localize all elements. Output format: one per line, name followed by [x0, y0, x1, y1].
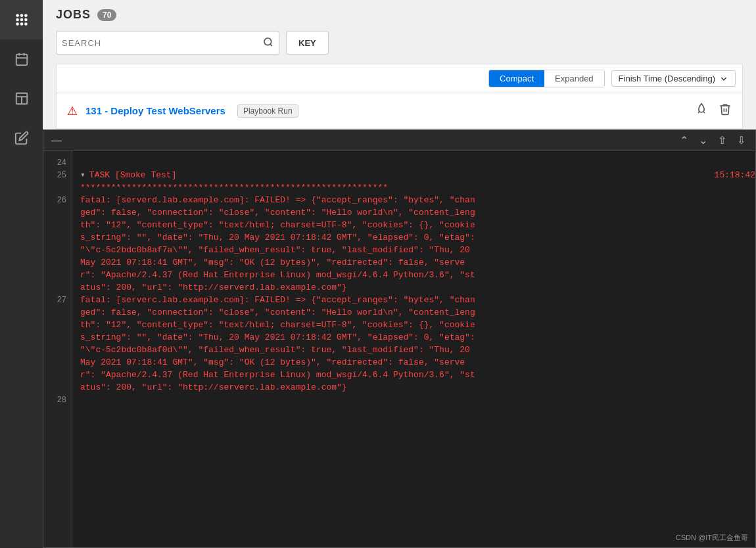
jobs-count-badge: 70 — [97, 9, 116, 21]
trash-icon — [719, 103, 732, 116]
delete-button[interactable] — [719, 103, 732, 119]
rocket-icon — [695, 103, 708, 116]
sort-label: Finish Time (Descending) — [619, 74, 715, 83]
log-lines: ▾ TASK [Smoke Test] 15:18:42 ***********… — [72, 151, 755, 547]
log-line: s_string": "", "date": "Thu, 20 May 2021… — [80, 231, 755, 244]
svg-point-6 — [16, 22, 19, 26]
log-line: May 2021 07:18:41 GMT", "msg": "OK (12 b… — [80, 256, 755, 269]
view-toggle: Compact Expanded — [488, 70, 605, 87]
search-button[interactable] — [263, 37, 273, 49]
svg-point-7 — [20, 22, 23, 26]
svg-point-8 — [24, 22, 28, 26]
log-header: — ⌃ ⌄ ⇧ ⇩ — [43, 130, 755, 151]
scroll-bottom-button[interactable]: ⇩ — [735, 134, 747, 147]
search-wrapper — [56, 31, 279, 55]
log-line: "\"c-5c2bdc0b8af0d\"", "failed_when_resu… — [80, 344, 755, 356]
log-line: th": "12", "content_type": "text/html; c… — [80, 319, 755, 331]
log-line: fatal: [serverd.lab.example.com]: FAILED… — [80, 194, 755, 206]
task-label: TASK [Smoke Test] — [89, 169, 177, 181]
expanded-view-button[interactable]: Expanded — [544, 70, 604, 87]
log-line: atus": 200, "url": "http://serverd.lab.e… — [80, 281, 755, 294]
svg-point-0 — [16, 14, 19, 17]
sidebar-item-edit[interactable] — [0, 118, 43, 158]
job-actions — [695, 103, 732, 119]
chevron-down-icon — [719, 74, 728, 83]
svg-point-1 — [20, 14, 23, 17]
log-line: s_string": "", "date": "Thu, 20 May 2021… — [80, 331, 755, 344]
jobs-title-row: JOBS 70 — [56, 8, 743, 22]
svg-point-4 — [20, 18, 23, 22]
view-toggle-row: Compact Expanded Finish Time (Descending… — [56, 64, 743, 93]
layout-icon — [14, 91, 29, 106]
log-line: th": "12", "content_type": "text/html; c… — [80, 219, 755, 231]
edit-icon — [14, 131, 29, 145]
relaunch-button[interactable] — [695, 103, 708, 119]
scroll-top-button[interactable]: ⇧ — [716, 134, 728, 147]
top-section: JOBS 70 KEY Compact Expanded Finish — [43, 0, 756, 129]
task-collapse-arrow: ▾ — [80, 169, 85, 181]
page-title: JOBS — [56, 8, 91, 22]
log-line — [80, 156, 755, 169]
svg-point-5 — [24, 18, 28, 22]
error-status-icon: ⚠ — [67, 104, 78, 118]
sidebar-item-layout[interactable] — [0, 79, 43, 118]
svg-point-16 — [264, 38, 272, 45]
log-line: ▾ TASK [Smoke Test] 15:18:42 — [80, 169, 755, 181]
job-type-badge: Playbook Run — [237, 104, 298, 118]
log-line-separator: ****************************************… — [80, 181, 755, 194]
log-line: ged": false, "connection": "close", "con… — [80, 306, 755, 319]
search-row: KEY — [56, 31, 743, 55]
svg-line-18 — [698, 111, 700, 113]
compact-view-button[interactable]: Compact — [489, 70, 544, 87]
log-line: May 2021 07:18:41 GMT", "msg": "OK (12 b… — [80, 356, 755, 369]
svg-line-19 — [703, 111, 705, 113]
sidebar-item-calendar[interactable] — [0, 39, 43, 79]
line-numbers: 24 25 26 27 28 — [43, 151, 72, 547]
watermark: CSDN @IT民工金鱼哥 — [676, 533, 748, 543]
svg-line-17 — [270, 44, 272, 46]
key-button[interactable]: KEY — [286, 31, 329, 55]
log-line: r": "Apache/2.4.37 (Red Hat Enterprise L… — [80, 269, 755, 281]
log-body[interactable]: 24 25 26 27 28 — [43, 151, 755, 547]
svg-point-3 — [16, 18, 19, 22]
sidebar-item-dashboard[interactable] — [0, 0, 43, 39]
main-content: JOBS 70 KEY Compact Expanded Finish — [43, 0, 756, 548]
search-input[interactable] — [62, 38, 263, 48]
svg-rect-9 — [16, 55, 27, 66]
scroll-down-button[interactable]: ⌄ — [697, 134, 709, 147]
calendar-icon — [14, 52, 29, 66]
sort-select[interactable]: Finish Time (Descending) — [611, 70, 736, 87]
log-controls: ⌃ ⌄ ⇧ ⇩ — [678, 134, 747, 147]
log-line: "\"c-5c2bdc0b8af7a\"", "failed_when_resu… — [80, 244, 755, 256]
svg-point-2 — [24, 14, 28, 17]
sidebar — [0, 0, 43, 548]
log-line — [80, 394, 755, 406]
log-line: ged": false, "connection": "close", "con… — [80, 206, 755, 219]
scroll-up-button[interactable]: ⌃ — [678, 134, 690, 147]
task-time: 15:18:42 — [715, 169, 755, 181]
log-line: fatal: [serverc.lab.example.com]: FAILED… — [80, 294, 755, 306]
log-section: — ⌃ ⌄ ⇧ ⇩ 24 25 26 27 — [43, 129, 756, 548]
search-icon — [263, 37, 273, 47]
job-list: ⚠ 131 - Deploy Test WebServers Playbook … — [56, 93, 743, 129]
log-line: r": "Apache/2.4.37 (Red Hat Enterprise L… — [80, 369, 755, 381]
log-line: atus": 200, "url": "http://serverc.lab.e… — [80, 381, 755, 394]
minimize-button[interactable]: — — [51, 135, 62, 147]
table-row: ⚠ 131 - Deploy Test WebServers Playbook … — [57, 93, 742, 129]
grid-icon — [14, 12, 29, 27]
job-title-link[interactable]: 131 - Deploy Test WebServers — [85, 105, 225, 116]
